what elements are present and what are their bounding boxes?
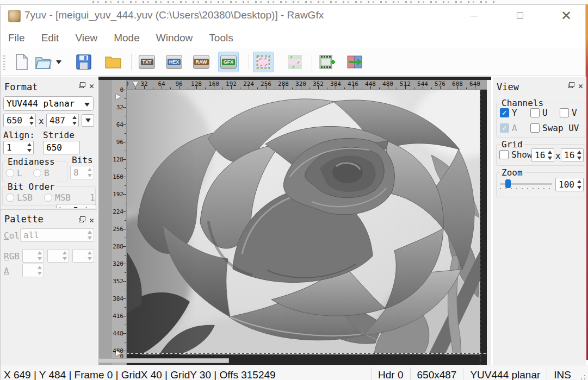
col-spinbox[interactable]: all xyxy=(20,228,94,242)
bit-order-clipped-text: 1 xyxy=(90,192,95,203)
new-file-button[interactable] xyxy=(11,52,32,72)
ruler-tick xyxy=(397,88,397,89)
b-spinbox[interactable] xyxy=(72,249,94,263)
ruler-tick xyxy=(431,88,432,89)
mode-txt-button[interactable]: TXT xyxy=(137,52,157,72)
pixel-format-combobox[interactable]: YUV444 planar xyxy=(3,96,94,111)
gfx-mode-icon: GFX xyxy=(220,55,237,69)
close-panel-icon[interactable]: ✕ xyxy=(578,83,583,89)
mode-hex-button[interactable]: HEX xyxy=(164,52,184,72)
status-resolution: 650x487 xyxy=(410,367,463,380)
ruler-tick xyxy=(127,86,127,89)
vertical-scrollbar[interactable] xyxy=(487,80,491,365)
ruler-tick xyxy=(125,116,126,116)
size-separator: x xyxy=(39,116,44,126)
ruler-tick xyxy=(125,168,126,169)
ruler-marker-left-bottom[interactable] xyxy=(116,351,121,356)
swap-uv-checkbox[interactable] xyxy=(530,123,540,133)
browse-folder-button[interactable] xyxy=(103,52,123,72)
swap-uv-label: Swap UV xyxy=(542,123,579,133)
close-panel-icon[interactable]: ✕ xyxy=(89,83,94,89)
channel-v-checkbox[interactable] xyxy=(560,108,569,117)
alpha-label: A xyxy=(4,266,9,276)
align-spinbox[interactable]: 1 xyxy=(3,141,34,154)
toolbar-drag-handle[interactable] xyxy=(3,54,5,70)
width-value: 650 xyxy=(7,115,22,126)
channel-y-checkbox[interactable]: ✓ xyxy=(500,108,509,117)
channel-a-checkbox[interactable]: ✓ xyxy=(500,123,509,133)
ruler-left: 0326496128160192224256288320352384416448… xyxy=(98,80,127,365)
msb-radio[interactable] xyxy=(44,194,52,202)
g-spinbox[interactable] xyxy=(47,249,69,263)
minimize-icon xyxy=(471,16,478,16)
menu-item-tools[interactable]: Tools xyxy=(202,30,239,46)
image-viewport[interactable] xyxy=(127,90,480,354)
ruler-tick xyxy=(123,177,126,177)
endian-b-radio[interactable] xyxy=(33,169,41,177)
size-preset-dropdown[interactable] xyxy=(82,114,94,127)
minimize-button[interactable] xyxy=(460,5,487,27)
zoom-spinbox[interactable]: 100 xyxy=(555,178,584,191)
ruler-tick xyxy=(123,211,126,212)
endian-l-radio[interactable] xyxy=(6,169,14,177)
channel-u-label: U xyxy=(542,108,548,118)
zoom-slider[interactable] xyxy=(500,179,552,189)
channel-y-label: Y xyxy=(512,108,517,118)
ruler-tick xyxy=(162,86,162,89)
menu-item-file[interactable]: File xyxy=(2,30,32,46)
ruler-tick xyxy=(123,264,126,264)
ruler-tick xyxy=(379,88,380,89)
grid-cols-spinbox[interactable]: 16 xyxy=(531,148,554,162)
gfx-label: GFX xyxy=(222,59,236,65)
float-panel-icon[interactable] xyxy=(79,84,84,88)
ruler-tick xyxy=(123,159,126,160)
float-panel-icon[interactable] xyxy=(568,84,573,88)
open-file-dropdown[interactable] xyxy=(54,52,64,72)
ruler-tick xyxy=(449,88,449,89)
menu-item-mode[interactable]: Mode xyxy=(107,30,146,46)
ruler-tick xyxy=(440,86,441,89)
slider-handle[interactable] xyxy=(505,179,511,188)
horizontal-scrollbar-thumb[interactable] xyxy=(98,358,229,363)
grid-show-checkbox[interactable] xyxy=(499,150,509,159)
add-frame-button[interactable] xyxy=(317,52,338,72)
stride-field[interactable]: 650 xyxy=(43,141,80,154)
view-planar-button[interactable] xyxy=(284,52,305,72)
save-file-button[interactable] xyxy=(73,52,94,72)
ruler-tick xyxy=(318,86,319,89)
resize-grip[interactable] xyxy=(579,374,586,380)
float-panel-icon[interactable] xyxy=(79,218,84,222)
mode-raw-button[interactable]: RAW xyxy=(191,52,212,72)
width-spinbox[interactable]: 650 xyxy=(3,114,36,127)
toolbar-separator xyxy=(131,54,132,70)
height-spinbox[interactable]: 487 xyxy=(46,114,79,127)
alpha-spinbox[interactable] xyxy=(22,264,44,277)
ruler-left-label: 416 xyxy=(113,313,123,320)
r-spinbox[interactable] xyxy=(22,249,44,263)
auto-detect-button[interactable]: Auto Detect xyxy=(56,204,96,208)
menu-item-view[interactable]: View xyxy=(69,30,104,46)
grid-rows-spinbox[interactable]: 16 xyxy=(561,148,584,162)
mode-gfx-button[interactable]: GFX xyxy=(218,52,239,72)
close-button[interactable]: ✕ xyxy=(553,5,580,27)
close-panel-icon[interactable]: ✕ xyxy=(89,217,94,223)
menu-item-window[interactable]: Window xyxy=(150,30,200,46)
export-frame-button[interactable] xyxy=(344,52,365,72)
ruler-left-label: 320 xyxy=(113,260,123,267)
ruler-left-label: 384 xyxy=(113,295,123,302)
open-file-button[interactable] xyxy=(33,52,54,72)
title-bar[interactable]: 7yuv - [meigui_yuv_444.yuv (C:\Users\203… xyxy=(1,5,585,28)
maximize-button[interactable] xyxy=(506,5,534,27)
lsb-radio[interactable] xyxy=(6,194,14,202)
ruler-marker-left[interactable] xyxy=(116,94,121,99)
menu-item-edit[interactable]: Edit xyxy=(35,30,66,46)
endianess-legend: Endianess xyxy=(6,157,57,167)
endianess-group: Endianess L B xyxy=(2,161,67,182)
image-canvas[interactable]: 0326496128160192224256288320352384416448… xyxy=(98,77,491,365)
ruler-marker-top[interactable] xyxy=(133,82,138,86)
bits-spinbox[interactable]: 8 xyxy=(70,166,94,179)
view-packed-button[interactable] xyxy=(253,52,274,72)
channel-u-checkbox[interactable] xyxy=(530,108,540,117)
channel-v-label: V xyxy=(572,108,577,118)
col-label: Col xyxy=(4,231,20,241)
